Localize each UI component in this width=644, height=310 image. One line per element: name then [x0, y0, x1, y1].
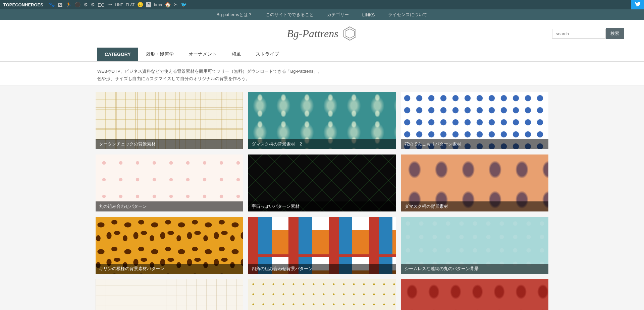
pattern-card[interactable]: キリンの模様の背景素材パターン [96, 217, 243, 274]
site-name[interactable]: TOPECONHEROES [3, 2, 43, 7]
pattern-label: キリンの模様の背景素材パターン [96, 264, 243, 274]
icon-parking[interactable]: 🅿 [146, 2, 151, 8]
pattern-card[interactable]: ダマスク柄の背景素材 2 [248, 92, 395, 149]
svg-marker-1 [345, 29, 355, 38]
pattern-image: キリンの模様の背景素材パターン [96, 217, 243, 274]
pattern-card[interactable]: ダマスク柄の背景素材 [401, 154, 548, 211]
icon-scissors[interactable]: ✂ [174, 2, 178, 8]
nav-links[interactable]: LINKS [362, 12, 375, 17]
icon-flat[interactable]: FLAT [126, 3, 135, 7]
tab-japanese[interactable]: 和風 [224, 47, 248, 61]
nav-features[interactable]: このサイトでできること [266, 12, 314, 18]
pattern-card[interactable]: 花のてんこもりパターン素材 [401, 92, 548, 149]
icon-ec[interactable]: EC [98, 2, 105, 8]
pattern-label: タータンチェックの背景素材 [96, 139, 243, 149]
pattern-card[interactable]: タータンチェックの背景素材 [96, 92, 243, 149]
site-title: Bg-Pattrens [287, 27, 338, 40]
logo-hexagon-icon [342, 26, 357, 41]
category-tabs: CATEGORY 図形・幾何学 オーナメント 和風 ストライプ [0, 47, 644, 62]
icon-circle[interactable]: ⚫ [74, 2, 81, 8]
logo-area: Bg-Pattrens [287, 26, 357, 41]
pattern-card[interactable]: 丸の組み合わせパターン [96, 154, 243, 211]
icon-icon[interactable]: ic on [154, 3, 162, 7]
icon-bird[interactable]: 🐦 [181, 2, 187, 8]
description: WEBやDTP、ビジネス資料などで使える背景素材を商用可でフリー（無料）ダウンロ… [0, 62, 644, 85]
pattern-card[interactable]: 宇宙っぽいパターン素材 [248, 154, 395, 211]
icon-wave[interactable]: 〜 [107, 2, 112, 8]
pattern-card[interactable]: シームレスな連続の丸のパターン背景 [401, 217, 548, 274]
tab-stripe[interactable]: ストライプ [248, 47, 286, 61]
twitter-button[interactable] [631, 0, 644, 9]
pattern-image: 宇宙っぽいパターン素材 [248, 154, 395, 211]
pattern-label: ダマスク柄の背景素材 [401, 201, 548, 211]
tab-category[interactable]: CATEGORY [97, 48, 138, 61]
pattern-image: 四角の組み合わせ背景パターン [248, 217, 395, 274]
tab-ornament[interactable]: オーナメント [181, 47, 224, 61]
pattern-label: 四角の組み合わせ背景パターン [248, 264, 395, 274]
nav-license[interactable]: ライセンスについて [388, 12, 427, 18]
search-area: 検索 [552, 28, 624, 39]
main-content: タータンチェックの背景素材ダマスク柄の背景素材 2花のてんこもりパターン素材丸の… [0, 85, 644, 310]
pattern-label: 花のてんこもりパターン素材 [401, 139, 548, 149]
search-button[interactable]: 検索 [606, 28, 624, 39]
pattern-image: ダマスク柄の背景素材 2 [248, 92, 395, 149]
pattern-label: ダマスク柄の背景素材 2 [248, 139, 395, 149]
pattern-image [401, 279, 548, 310]
pattern-card[interactable]: 四角の組み合わせ背景パターン [248, 217, 395, 274]
icon-person[interactable]: 🏃 [65, 2, 72, 8]
pattern-grid: タータンチェックの背景素材ダマスク柄の背景素材 2花のてんこもりパターン素材丸の… [96, 92, 548, 310]
icon-gear[interactable]: ⚙ [84, 2, 88, 8]
pattern-label: 宇宙っぽいパターン素材 [248, 201, 395, 211]
pattern-card[interactable] [401, 279, 548, 310]
description-line2: 色や形、サイズも自由にカスタマイズして自分のオリジナルの背景を作ろう。 [97, 75, 547, 82]
icon-paw[interactable]: 🐾 [49, 2, 55, 8]
pattern-label: シームレスな連続の丸のパターン背景 [401, 264, 548, 274]
description-line1: WEBやDTP、ビジネス資料などで使える背景素材を商用可でフリー（無料）ダウンロ… [97, 68, 547, 75]
tab-geometry[interactable]: 図形・幾何学 [138, 47, 181, 61]
header: Bg-Pattrens 検索 [0, 20, 644, 47]
icon-line[interactable]: LINE [115, 3, 123, 7]
search-input[interactable] [552, 29, 606, 39]
icon-frame[interactable]: 🖼 [58, 2, 63, 8]
icon-gear2[interactable]: ⚙ [91, 2, 95, 8]
nav-about[interactable]: Bg-patternsとは？ [217, 12, 252, 18]
pattern-image [96, 279, 243, 310]
pattern-image [248, 279, 395, 310]
top-navbar: TOPECONHEROES 🐾 🖼 🏃 ⚫ ⚙ ⚙ EC 〜 LINE FLAT… [0, 0, 644, 9]
icon-house[interactable]: 🏠 [165, 2, 171, 8]
pattern-image: 花のてんこもりパターン素材 [401, 92, 548, 149]
secondary-nav: Bg-patternsとは？ このサイトでできること カテゴリー LINKS ラ… [0, 9, 644, 20]
pattern-label: 丸の組み合わせパターン [96, 201, 243, 211]
icon-smile[interactable]: 🙂 [137, 2, 144, 8]
pattern-image: シームレスな連続の丸のパターン背景 [401, 217, 548, 274]
pattern-image: 丸の組み合わせパターン [96, 154, 243, 211]
nav-category[interactable]: カテゴリー [327, 12, 349, 18]
pattern-image: ダマスク柄の背景素材 [401, 154, 548, 211]
pattern-image: タータンチェックの背景素材 [96, 92, 243, 149]
pattern-card[interactable] [96, 279, 243, 310]
pattern-card[interactable] [248, 279, 395, 310]
